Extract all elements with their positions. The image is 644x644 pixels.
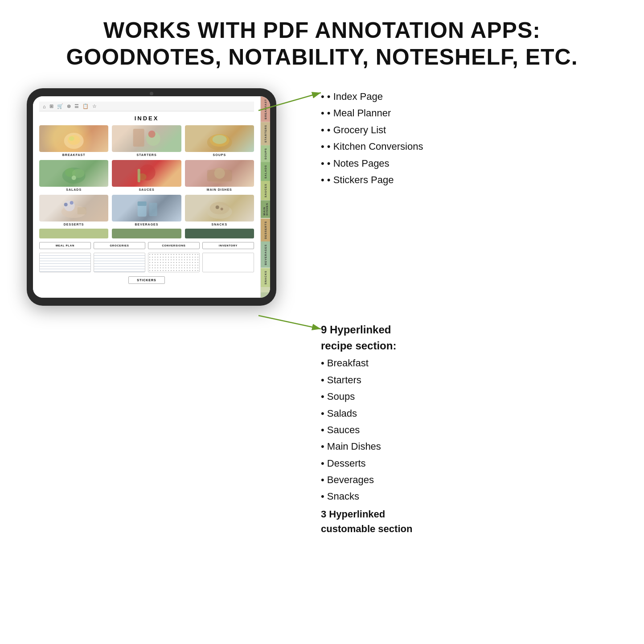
grid-cell-main-dishes: MAIN DISHES xyxy=(185,160,254,191)
bullet-grocery-list: • Grocery List xyxy=(321,122,617,138)
food-label-soups: SOUPS xyxy=(213,153,226,156)
ipad-toolbar: ⌂ ⊞ 🛒 ⊗ ☰ 📋 ☆ xyxy=(39,102,254,111)
lower-callout: 9 Hyperlinked recipe section: • Breakfas… xyxy=(321,322,617,536)
svg-rect-25 xyxy=(149,203,157,216)
food-label-snacks: SNACKS xyxy=(212,223,228,226)
tab-custom2[interactable] xyxy=(261,292,270,298)
tab-sauces[interactable]: SAUCES xyxy=(261,181,270,200)
svg-point-12 xyxy=(72,176,76,180)
meal-plan-button[interactable]: MEAL PLAN xyxy=(39,242,91,249)
arrow-upper xyxy=(250,88,330,115)
svg-point-1 xyxy=(68,135,80,145)
lower-bullet-starters: • Starters xyxy=(321,372,617,388)
svg-point-18 xyxy=(214,168,225,179)
tab-main-dishes[interactable]: MAIN DISHES xyxy=(261,200,270,218)
grid-cell-snacks: SNACKS xyxy=(185,195,254,226)
food-img-salads xyxy=(39,160,108,187)
svg-point-5 xyxy=(148,131,156,138)
toolbar-cart-icon[interactable]: 🛒 xyxy=(57,103,63,109)
svg-point-21 xyxy=(64,203,68,206)
inventory-button[interactable]: INVENTORY xyxy=(202,242,254,249)
index-page: ⌂ ⊞ 🛒 ⊗ ☰ 📋 ☆ INDEX xyxy=(33,96,260,298)
grid-cell-starters: STARTERS xyxy=(112,125,181,156)
stickers-section: STICKERS xyxy=(39,275,254,284)
svg-point-30 xyxy=(220,208,223,210)
food-img-breakfast xyxy=(39,125,108,152)
tab-beverages[interactable]: BEVERAGES xyxy=(261,242,270,268)
lower-bullet-sauces: • Sauces xyxy=(321,422,617,438)
svg-rect-3 xyxy=(133,129,144,147)
note-grid xyxy=(94,253,145,272)
color-swatches xyxy=(39,229,254,238)
bullet-index-page: • Index Page xyxy=(321,88,617,105)
tab-salads[interactable]: SALADS xyxy=(261,162,270,181)
grid-cell-salads: SALADS xyxy=(39,160,108,191)
note-lined xyxy=(39,253,91,272)
lower-bullet-desserts: • Desserts xyxy=(321,455,617,472)
stickers-button[interactable]: STICKERS xyxy=(128,276,164,284)
grid-cell-soups: SOUPS xyxy=(185,125,254,156)
grid-cell-sauces: SAUCES xyxy=(112,160,181,191)
food-img-starters xyxy=(112,125,181,152)
bullet-meal-planner: • Meal Planner xyxy=(321,105,617,121)
tab-snacks[interactable]: SNACKS xyxy=(261,268,270,287)
food-label-main-dishes: MAIN DISHES xyxy=(207,188,232,191)
toolbar-tag-icon[interactable]: ⊗ xyxy=(67,103,71,109)
food-img-sauces xyxy=(112,160,181,187)
food-label-breakfast: BREAKFAST xyxy=(62,153,86,156)
note-dotted xyxy=(148,253,200,272)
tab-starters[interactable]: STARTERS xyxy=(261,122,270,145)
swatch-light xyxy=(39,229,108,238)
toolbar-home-icon[interactable]: ⌂ xyxy=(43,104,46,109)
header-line2: GOODNOTES, NOTABILITY, NOTESHELF, ETC. xyxy=(27,44,617,70)
right-panel: • Index Page • Meal Planner • Grocery Li… xyxy=(285,84,617,536)
lower-section-title: 9 Hyperlinked recipe section: xyxy=(321,322,617,354)
svg-point-2 xyxy=(69,136,74,141)
svg-point-0 xyxy=(64,133,84,149)
food-img-main-dishes xyxy=(185,160,254,187)
tab-custom1[interactable] xyxy=(261,287,270,292)
svg-rect-15 xyxy=(138,169,140,182)
bullet-stickers-page: • Stickers Page xyxy=(321,172,617,188)
groceries-button[interactable]: GROCERIES xyxy=(94,242,145,249)
note-thumbnails xyxy=(39,253,254,272)
ipad-mockup: ⌂ ⊞ 🛒 ⊗ ☰ 📋 ☆ INDEX xyxy=(27,88,276,306)
lower-bullet-snacks: • Snacks xyxy=(321,488,617,505)
food-label-sauces: SAUCES xyxy=(139,188,154,191)
food-label-desserts: DESSERTS xyxy=(64,223,84,226)
grid-cell-desserts: DESSERTS xyxy=(39,195,108,226)
svg-point-22 xyxy=(70,201,74,205)
toolbar-grid-icon[interactable]: ⊞ xyxy=(49,103,53,109)
food-grid: BREAKFAST STARTERS xyxy=(39,125,254,226)
food-img-beverages xyxy=(112,195,181,222)
index-title: INDEX xyxy=(39,115,254,122)
ipad-frame: ⌂ ⊞ 🛒 ⊗ ☰ 📋 ☆ INDEX xyxy=(27,88,276,306)
lower-bullet-main-dishes: • Main Dishes xyxy=(321,438,617,455)
note-blank xyxy=(202,253,254,272)
grid-cell-breakfast: BREAKFAST xyxy=(39,125,108,156)
tab-desserts[interactable]: DESSERTS xyxy=(261,218,270,242)
conversions-button[interactable]: CONVERSIONS xyxy=(148,242,200,249)
svg-point-28 xyxy=(209,202,229,214)
lower-footer: 3 Hyperlinked customable section xyxy=(321,507,617,536)
toolbar-calendar-icon[interactable]: ☰ xyxy=(74,103,79,109)
swatch-dark xyxy=(185,229,254,238)
page-header: WORKS WITH PDF ANNOTATION APPS: GOODNOTE… xyxy=(0,0,644,75)
svg-rect-23 xyxy=(78,207,86,214)
toolbar-star-icon[interactable]: ☆ xyxy=(92,103,97,109)
tab-sidebar: BREAKFAST STARTERS SOUPS SALADS SAUCES M… xyxy=(260,96,270,298)
bullet-kitchen-conversions: • Kitchen Conversions xyxy=(321,138,617,155)
food-label-starters: STARTERS xyxy=(136,153,156,156)
toolbar-list-icon[interactable]: 📋 xyxy=(82,103,89,109)
bullet-notes-pages: • Notes Pages xyxy=(321,155,617,172)
lower-bullet-breakfast: • Breakfast xyxy=(321,355,617,371)
nav-buttons: MEAL PLAN GROCERIES CONVERSIONS INVENTOR… xyxy=(39,242,254,249)
food-label-salads: SALADS xyxy=(66,188,82,191)
swatch-medium xyxy=(112,229,181,238)
header-line1: WORKS WITH PDF ANNOTATION APPS: xyxy=(27,17,617,44)
upper-callout: • Index Page • Meal Planner • Grocery Li… xyxy=(321,88,617,188)
title-hyperlinked: 9 Hyperlinked xyxy=(321,324,391,336)
svg-point-8 xyxy=(212,135,226,144)
tab-soups[interactable]: SOUPS xyxy=(261,145,270,162)
svg-point-29 xyxy=(215,205,219,209)
